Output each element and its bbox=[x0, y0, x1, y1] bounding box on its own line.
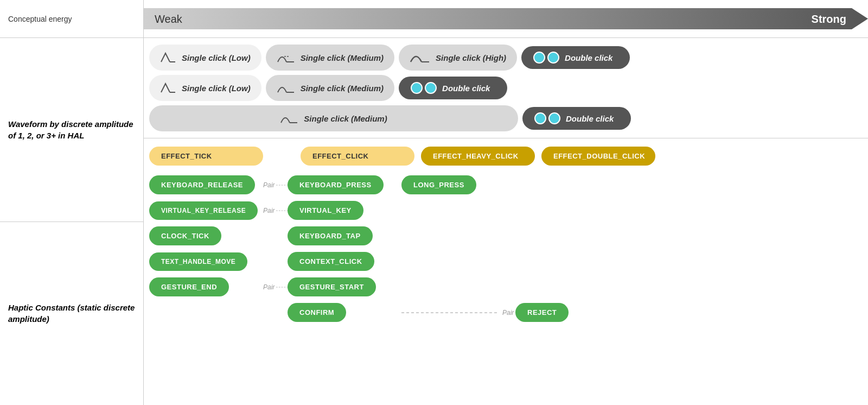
right-content: Weak Strong Single click (Low) bbox=[144, 0, 868, 405]
double-click-2[interactable]: Double click bbox=[399, 77, 507, 99]
virtual-key-release-btn[interactable]: VIRTUAL_KEY_RELEASE bbox=[149, 201, 258, 220]
haptic-row-gesture: GESTURE_END Pair GESTURE_START bbox=[149, 277, 863, 296]
keyboard-release-btn[interactable]: KEYBOARD_RELEASE bbox=[149, 175, 255, 194]
gesture-start-btn[interactable]: GESTURE_START bbox=[288, 277, 376, 296]
single-click-medium-1[interactable]: Single click (Medium) bbox=[266, 45, 394, 71]
haptic-section: EFFECT_TICK EFFECT_CLICK EFFECT_HEAVY_CL… bbox=[144, 138, 868, 405]
long-press-btn[interactable]: LONG_PRESS bbox=[401, 175, 476, 194]
confirm-reject-connector: Pair bbox=[401, 309, 515, 317]
haptic-row-confirm: CONFIRM Pair REJECT bbox=[149, 303, 863, 322]
single-click-high-1[interactable]: Single click (High) bbox=[399, 45, 517, 71]
clock-tick-btn[interactable]: CLOCK_TICK bbox=[149, 226, 221, 245]
single-click-medium-3[interactable]: Single click (Medium) bbox=[149, 105, 518, 131]
context-click-btn[interactable]: CONTEXT_CLICK bbox=[288, 252, 374, 271]
waveform-label: Waveform by discrete amplitude of 1, 2, … bbox=[0, 38, 143, 222]
waveform-row-1: Single click (Low) Single click (Medium) bbox=[149, 45, 863, 71]
waveform-section: Single click (Low) Single click (Medium) bbox=[144, 38, 868, 138]
confirm-btn[interactable]: CONFIRM bbox=[288, 303, 346, 322]
keyboard-press-btn[interactable]: KEYBOARD_PRESS bbox=[288, 175, 384, 194]
strong-label: Strong bbox=[812, 12, 846, 25]
energy-bar bbox=[144, 8, 868, 29]
waveform-row-2: Single click (Low) Single click (Medium) bbox=[149, 75, 863, 101]
conceptual-energy-text: Conceptual energy bbox=[8, 15, 72, 23]
waveform-row-3: Single click (Medium) Double click bbox=[149, 105, 863, 131]
energy-row: Weak Strong bbox=[144, 0, 868, 38]
double-click-icon-3 bbox=[534, 112, 560, 124]
pair-label-virtual-key: Pair bbox=[263, 207, 288, 214]
keyboard-tap-btn[interactable]: KEYBOARD_TAP bbox=[288, 226, 373, 245]
single-click-medium-2[interactable]: Single click (Medium) bbox=[266, 75, 394, 101]
double-click-1[interactable]: CONFIRM Double click bbox=[521, 46, 630, 69]
text-handle-move-btn[interactable]: TEXT_HANDLE_MOVE bbox=[149, 252, 247, 271]
haptic-row-keyboard: KEYBOARD_RELEASE Pair KEYBOARD_PRESS LON… bbox=[149, 175, 863, 194]
single-click-low-2[interactable]: Single click (Low) bbox=[149, 75, 261, 101]
virtual-key-btn[interactable]: VIRTUAL_KEY bbox=[288, 201, 363, 220]
gesture-end-btn[interactable]: GESTURE_END bbox=[149, 277, 229, 296]
haptic-label-text: Haptic Constants (static discrete amplit… bbox=[8, 302, 135, 325]
effect-click-btn[interactable]: EFFECT_CLICK bbox=[301, 147, 414, 166]
double-click-3[interactable]: Double click bbox=[522, 107, 631, 130]
haptic-effects-row: EFFECT_TICK EFFECT_CLICK EFFECT_HEAVY_CL… bbox=[149, 147, 863, 166]
haptic-label: Haptic Constants (static discrete amplit… bbox=[0, 222, 143, 406]
pair-label-keyboard: Pair bbox=[263, 181, 288, 189]
effect-tick-btn[interactable]: EFFECT_TICK bbox=[149, 147, 263, 166]
double-click-icon-1 bbox=[533, 52, 559, 64]
conceptual-energy-label: Conceptual energy bbox=[0, 0, 143, 38]
waveform-label-text: Waveform by discrete amplitude of 1, 2, … bbox=[8, 118, 135, 141]
weak-label: Weak bbox=[155, 12, 182, 25]
single-click-low-1[interactable]: Single click (Low) bbox=[149, 45, 261, 71]
effect-heavy-click-btn[interactable]: EFFECT_HEAVY_CLICK bbox=[421, 147, 535, 166]
left-labels: Conceptual energy Waveform by discrete a… bbox=[0, 0, 144, 405]
double-click-icon-2 bbox=[411, 82, 437, 94]
haptic-row-text-handle: TEXT_HANDLE_MOVE CONTEXT_CLICK bbox=[149, 252, 863, 271]
reject-btn[interactable]: REJECT bbox=[515, 303, 569, 322]
haptic-row-clock: CLOCK_TICK KEYBOARD_TAP bbox=[149, 226, 863, 245]
pair-label-gesture: Pair bbox=[263, 283, 288, 291]
haptic-row-virtual-key: VIRTUAL_KEY_RELEASE Pair VIRTUAL_KEY bbox=[149, 201, 863, 220]
effect-double-click-btn[interactable]: EFFECT_DOUBLE_CLICK bbox=[541, 147, 655, 166]
main-container: Conceptual energy Waveform by discrete a… bbox=[0, 0, 868, 405]
